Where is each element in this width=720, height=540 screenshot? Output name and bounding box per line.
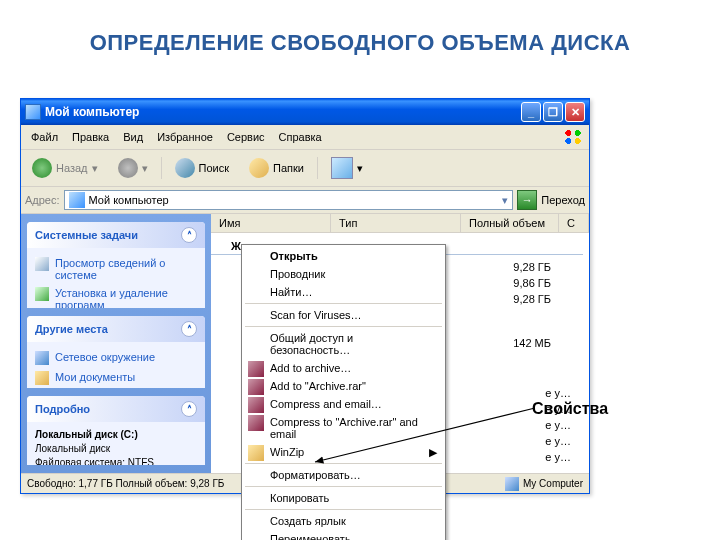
views-button[interactable]: ▾ bbox=[324, 154, 370, 182]
status-left: Свободно: 1,77 ГБ Полный объем: 9,28 ГБ bbox=[27, 478, 224, 489]
truncated: е у… bbox=[545, 419, 581, 431]
details-header[interactable]: Подробно ˄ bbox=[27, 396, 205, 422]
search-label: Поиск bbox=[199, 162, 229, 174]
cm-format[interactable]: Форматировать… bbox=[244, 466, 443, 484]
close-button[interactable]: ✕ bbox=[565, 102, 585, 122]
address-bar: Адрес: Мой компьютер ▾ → Переход bbox=[21, 187, 589, 214]
place-label: Сетевое окружение bbox=[55, 351, 155, 363]
rar-icon bbox=[248, 415, 264, 431]
titlebar[interactable]: Мой компьютер _ ❐ ✕ bbox=[21, 99, 589, 125]
cm-shortcut[interactable]: Создать ярлык bbox=[244, 512, 443, 530]
menu-tools[interactable]: Сервис bbox=[221, 129, 271, 145]
maximize-button[interactable]: ❐ bbox=[543, 102, 563, 122]
task-system-info[interactable]: Просмотр сведений о системе bbox=[35, 254, 197, 284]
views-icon bbox=[331, 157, 353, 179]
cm-add-archive[interactable]: Add to archive… bbox=[244, 359, 443, 377]
computer-icon bbox=[25, 104, 41, 120]
menubar: Файл Правка Вид Избранное Сервис Справка bbox=[21, 125, 589, 150]
col-name[interactable]: Имя bbox=[211, 214, 331, 232]
other-places-header[interactable]: Другие места ˄ bbox=[27, 316, 205, 342]
menu-view[interactable]: Вид bbox=[117, 129, 149, 145]
forward-button[interactable]: ▾ bbox=[111, 155, 155, 181]
cm-open[interactable]: Открыть bbox=[244, 247, 443, 265]
cm-label: WinZip bbox=[270, 446, 304, 458]
back-icon bbox=[32, 158, 52, 178]
folders-icon bbox=[249, 158, 269, 178]
separator bbox=[245, 326, 442, 327]
task-label: Установка и удаление программ bbox=[55, 287, 197, 308]
collapse-icon[interactable]: ˄ bbox=[181, 227, 197, 243]
side-panel: Системные задачи ˄ Просмотр сведений о с… bbox=[21, 214, 211, 473]
cm-label: Add to "Archive.rar" bbox=[270, 380, 366, 392]
task-add-remove[interactable]: Установка и удаление программ bbox=[35, 284, 197, 308]
cm-share[interactable]: Общий доступ и безопасность… bbox=[244, 329, 443, 359]
col-free[interactable]: С bbox=[559, 214, 589, 232]
address-dropdown-icon[interactable]: ▾ bbox=[502, 194, 508, 207]
cm-find[interactable]: Найти… bbox=[244, 283, 443, 301]
other-places-title: Другие места bbox=[35, 323, 108, 335]
col-size[interactable]: Полный объем bbox=[461, 214, 559, 232]
address-value: Мой компьютер bbox=[89, 194, 169, 206]
collapse-icon[interactable]: ˄ bbox=[181, 401, 197, 417]
rar-icon bbox=[248, 397, 264, 413]
annotation-label: Свойства bbox=[532, 400, 608, 418]
collapse-icon[interactable]: ˄ bbox=[181, 321, 197, 337]
menu-favorites[interactable]: Избранное bbox=[151, 129, 219, 145]
drive-size: 9,28 ГБ bbox=[513, 293, 581, 305]
folders-label: Папки bbox=[273, 162, 304, 174]
window-title: Мой компьютер bbox=[45, 105, 521, 119]
info-icon bbox=[35, 257, 49, 271]
cm-rename[interactable]: Переименовать bbox=[244, 530, 443, 540]
details-type: Локальный диск bbox=[35, 442, 197, 456]
search-icon bbox=[175, 158, 195, 178]
address-label: Адрес: bbox=[25, 194, 60, 206]
other-places-panel: Другие места ˄ Сетевое окружение Мои док… bbox=[27, 316, 205, 388]
cm-copy[interactable]: Копировать bbox=[244, 489, 443, 507]
system-tasks-title: Системные задачи bbox=[35, 229, 138, 241]
cm-winzip[interactable]: WinZip▶ bbox=[244, 443, 443, 461]
menu-edit[interactable]: Правка bbox=[66, 129, 115, 145]
folders-button[interactable]: Папки bbox=[242, 155, 311, 181]
separator bbox=[245, 303, 442, 304]
add-remove-icon bbox=[35, 287, 49, 301]
rar-icon bbox=[248, 379, 264, 395]
minimize-button[interactable]: _ bbox=[521, 102, 541, 122]
cm-compress-email[interactable]: Compress and email… bbox=[244, 395, 443, 413]
cm-scan[interactable]: Scan for Viruses… bbox=[244, 306, 443, 324]
slide-title: ОПРЕДЕЛЕНИЕ СВОБОДНОГО ОБЪЕМА ДИСКА bbox=[0, 0, 720, 76]
col-type[interactable]: Тип bbox=[331, 214, 461, 232]
cm-explorer[interactable]: Проводник bbox=[244, 265, 443, 283]
separator bbox=[245, 486, 442, 487]
place-network[interactable]: Сетевое окружение bbox=[35, 348, 197, 368]
details-panel: Подробно ˄ Локальный диск (C:) Локальный… bbox=[27, 396, 205, 465]
details-title: Подробно bbox=[35, 403, 90, 415]
computer-icon bbox=[69, 192, 85, 208]
column-headers: Имя Тип Полный объем С bbox=[211, 214, 589, 233]
truncated: е у… bbox=[545, 451, 581, 463]
back-button[interactable]: Назад ▾ bbox=[25, 155, 105, 181]
address-field[interactable]: Мой компьютер ▾ bbox=[64, 190, 514, 210]
search-button[interactable]: Поиск bbox=[168, 155, 236, 181]
system-tasks-header[interactable]: Системные задачи ˄ bbox=[27, 222, 205, 248]
submenu-arrow-icon: ▶ bbox=[429, 446, 437, 459]
menu-file[interactable]: Файл bbox=[25, 129, 64, 145]
truncated: е у… bbox=[545, 435, 581, 447]
cm-label: Compress to "Archive.rar" and email bbox=[270, 416, 418, 440]
cm-compress-rar-email[interactable]: Compress to "Archive.rar" and email bbox=[244, 413, 443, 443]
computer-icon bbox=[505, 477, 519, 491]
documents-icon bbox=[35, 371, 49, 385]
toolbar: Назад ▾ ▾ Поиск Папки ▾ bbox=[21, 150, 589, 187]
drive-size: 9,86 ГБ bbox=[513, 277, 581, 289]
rar-icon bbox=[248, 361, 264, 377]
separator bbox=[245, 509, 442, 510]
cm-label: Compress and email… bbox=[270, 398, 382, 410]
menu-help[interactable]: Справка bbox=[273, 129, 328, 145]
forward-icon bbox=[118, 158, 138, 178]
go-button[interactable]: → bbox=[517, 190, 537, 210]
separator bbox=[245, 463, 442, 464]
drive-size: 142 МБ bbox=[513, 337, 581, 349]
place-documents[interactable]: Мои документы bbox=[35, 368, 197, 388]
cm-add-rar[interactable]: Add to "Archive.rar" bbox=[244, 377, 443, 395]
go-label: Переход bbox=[541, 194, 585, 206]
cm-label: Add to archive… bbox=[270, 362, 351, 374]
